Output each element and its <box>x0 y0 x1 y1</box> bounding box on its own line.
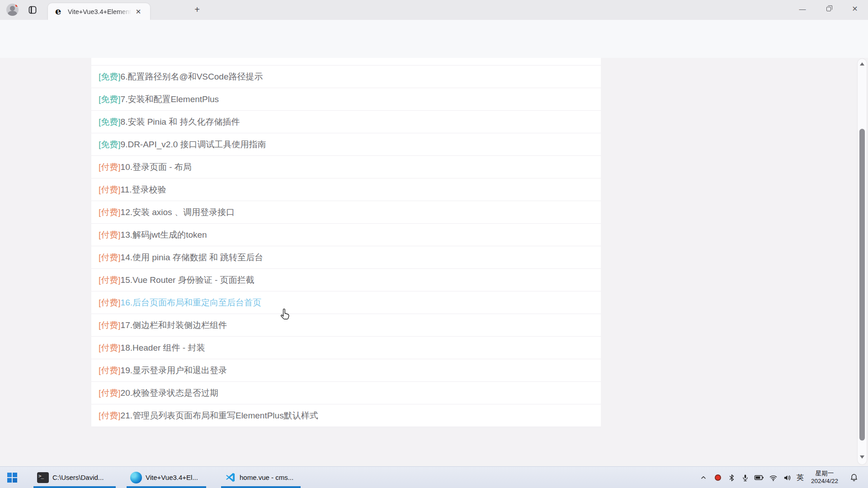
course-link[interactable]: 13.解码jwt生成的token <box>121 229 207 241</box>
course-link[interactable]: 11.登录校验 <box>121 184 166 196</box>
course-price-tag: [付费] <box>99 229 121 241</box>
taskbar-button-edge[interactable]: Vite+Vue3.4+El... <box>126 467 207 488</box>
course-price-tag: [免费] <box>99 71 121 83</box>
edge-favicon-icon: e <box>55 5 61 17</box>
scrollbar-down-arrow-icon[interactable] <box>860 455 864 459</box>
tray-notifications-bell-icon[interactable] <box>847 467 861 488</box>
tab-close-icon[interactable]: ✕ <box>134 7 143 16</box>
course-link[interactable]: 21.管理员列表页面布局和重写ElementPlus默认样式 <box>121 410 318 422</box>
partial-row <box>91 58 601 66</box>
course-price-tag: [付费] <box>99 342 121 354</box>
tray-date: 2024/4/22 <box>811 478 838 485</box>
course-price-tag: [免费] <box>99 94 121 105</box>
course-price-tag: [付费] <box>99 319 121 331</box>
scrollbar-up-arrow-icon[interactable] <box>860 62 864 66</box>
tray-chevron-up-icon[interactable] <box>698 467 709 488</box>
course-price-tag: [付费] <box>99 252 121 263</box>
course-link[interactable]: 12.安装 axios 、调用登录接口 <box>121 206 235 218</box>
course-price-tag: [免费] <box>99 116 121 128</box>
scrollbar-thumb[interactable] <box>859 129 865 441</box>
course-list-item[interactable]: [付费]13.解码jwt生成的token <box>91 224 601 246</box>
course-link[interactable]: 8.安装 Pinia 和 持久化存储插件 <box>121 116 240 128</box>
active-tab[interactable]: e Vite+Vue3.4+ElementPlus+Pinia ✕ <box>48 3 150 20</box>
taskbar-button-terminal[interactable]: >_ C:\Users\David... <box>33 467 117 488</box>
tray-battery-icon[interactable] <box>753 467 765 488</box>
start-button[interactable] <box>7 472 20 483</box>
vscode-icon <box>225 472 236 483</box>
tray-bluetooth-icon[interactable] <box>726 467 737 488</box>
active-app-indicator <box>127 486 206 488</box>
tray-weekday: 星期一 <box>816 470 834 478</box>
window-restore-button[interactable] <box>818 0 839 18</box>
bookmarks-bar: 书签 <box>0 40 868 58</box>
course-list-item[interactable]: [付费]15.Vue Router 身份验证 - 页面拦截 <box>91 269 601 291</box>
avatar-notification-dot <box>15 4 19 7</box>
course-price-tag: [付费] <box>99 297 121 309</box>
course-list-item[interactable]: [付费]16.后台页面布局和重定向至后台首页 <box>91 291 601 314</box>
tray-volume-icon[interactable] <box>781 467 793 488</box>
taskbar-button-label: home.vue - cms... <box>240 474 293 481</box>
window-minimize-button[interactable]: — <box>792 0 813 18</box>
course-link[interactable]: 19.显示登录用户和退出登录 <box>121 365 227 376</box>
course-link[interactable]: 17.侧边栏和封装侧边栏组件 <box>121 319 227 331</box>
tray-clock[interactable]: 星期一 2024/4/22 <box>808 467 841 488</box>
course-link[interactable]: 6.配置路径别名@和VSCode路径提示 <box>121 71 263 83</box>
window-close-button[interactable]: ✕ <box>844 0 865 18</box>
tray-recording-icon[interactable] <box>712 467 723 488</box>
record-dot <box>715 474 721 481</box>
course-price-tag: [付费] <box>99 410 121 422</box>
course-list-item[interactable]: [付费]20.校验登录状态是否过期 <box>91 382 601 404</box>
course-link[interactable]: 20.校验登录状态是否过期 <box>121 387 218 399</box>
active-app-indicator <box>33 486 116 488</box>
profile-avatar[interactable] <box>6 4 19 16</box>
course-list-item[interactable]: [付费]17.侧边栏和封装侧边栏组件 <box>91 314 601 337</box>
tray-wifi-icon[interactable] <box>767 467 779 488</box>
course-list-item[interactable]: [免费]9.DR-API_v2.0 接口调试工具使用指南 <box>91 133 601 156</box>
taskbar-button-label: Vite+Vue3.4+El... <box>146 474 198 481</box>
course-list-item[interactable]: [付费]18.Header 组件 - 封装 <box>91 337 601 359</box>
course-list-item[interactable]: [付费]10.登录页面 - 布局 <box>91 156 601 178</box>
new-tab-button[interactable]: + <box>192 5 203 15</box>
course-list-item[interactable]: [付费]21.管理员列表页面布局和重写ElementPlus默认样式 <box>91 404 601 427</box>
tray-ime-indicator[interactable]: 英 <box>794 467 806 488</box>
course-link[interactable]: 15.Vue Router 身份验证 - 页面拦截 <box>121 274 255 286</box>
terminal-icon: >_ <box>37 472 49 483</box>
course-price-tag: [付费] <box>99 365 121 376</box>
course-link[interactable]: 16.后台页面布局和重定向至后台首页 <box>121 297 261 309</box>
course-list-item[interactable]: [付费]19.显示登录用户和退出登录 <box>91 359 601 382</box>
browser-toolbar: ← https://www.dengruicode.com/course?uui… <box>0 20 868 40</box>
course-list-item[interactable]: [付费]11.登录校验 <box>91 178 601 201</box>
course-price-tag: [付费] <box>99 161 121 173</box>
tab-actions-menu-icon[interactable] <box>28 5 37 14</box>
taskbar-button-vscode[interactable]: home.vue - cms... <box>220 467 302 488</box>
avatar-body <box>8 11 17 16</box>
course-list-item[interactable]: [免费]8.安装 Pinia 和 持久化存储插件 <box>91 111 601 133</box>
course-list: [免费]6.配置路径别名@和VSCode路径提示 [免费]7.安装和配置Elem… <box>91 58 601 427</box>
course-price-tag: [付费] <box>99 387 121 399</box>
avatar-head <box>10 6 15 11</box>
course-link[interactable]: 9.DR-API_v2.0 接口调试工具使用指南 <box>121 139 266 150</box>
tab-strip: e Vite+Vue3.4+ElementPlus+Pinia ✕ + — ✕ <box>0 0 868 20</box>
course-list-item[interactable]: [免费]7.安装和配置ElementPlus <box>91 88 601 111</box>
course-list-item[interactable]: [免费]6.配置路径别名@和VSCode路径提示 <box>91 66 601 88</box>
course-link[interactable]: 18.Header 组件 - 封装 <box>121 342 205 354</box>
course-list-item[interactable]: [付费]12.安装 axios 、调用登录接口 <box>91 201 601 224</box>
restore-front-square <box>826 7 831 11</box>
course-link[interactable]: 14.使用 pinia 存储数据 和 跳转至后台 <box>121 252 264 263</box>
start-logo-pane <box>7 473 12 477</box>
start-logo-pane <box>7 478 12 483</box>
windows-taskbar: >_ C:\Users\David... Vite+Vue3.4+El... h… <box>0 466 868 488</box>
course-link[interactable]: 10.登录页面 - 布局 <box>121 161 192 173</box>
start-logo-pane <box>13 478 17 483</box>
course-price-tag: [免费] <box>99 139 121 150</box>
active-app-indicator <box>221 486 301 488</box>
course-link[interactable]: 7.安装和配置ElementPlus <box>121 94 219 105</box>
taskbar-button-label: C:\Users\David... <box>52 474 104 481</box>
course-list-item[interactable]: [付费]14.使用 pinia 存储数据 和 跳转至后台 <box>91 246 601 269</box>
hand-cursor <box>278 307 292 322</box>
edge-icon <box>130 472 142 483</box>
course-price-tag: [付费] <box>99 184 121 196</box>
tab-title: Vite+Vue3.4+ElementPlus+Pinia <box>68 8 131 16</box>
course-price-tag: [付费] <box>99 274 121 286</box>
tray-microphone-icon[interactable] <box>740 467 750 488</box>
